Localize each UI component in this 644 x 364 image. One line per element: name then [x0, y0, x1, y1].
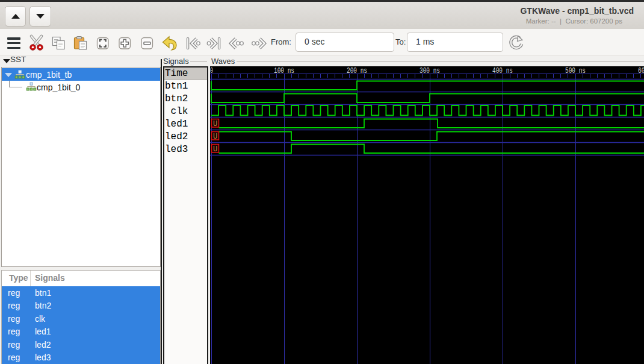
svg-text:500 ns: 500 ns	[565, 67, 586, 75]
svg-text:U: U	[213, 145, 217, 154]
svg-text:200 ns: 200 ns	[347, 67, 367, 75]
svg-text:100 ns: 100 ns	[274, 67, 294, 75]
svg-text:U: U	[213, 133, 217, 141]
svg-text:400 ns: 400 ns	[492, 67, 513, 75]
svg-text:300 ns: 300 ns	[420, 67, 440, 75]
svg-text:600 ns: 600 ns	[638, 67, 644, 75]
svg-text:0: 0	[210, 67, 213, 75]
svg-text:U: U	[213, 120, 217, 128]
